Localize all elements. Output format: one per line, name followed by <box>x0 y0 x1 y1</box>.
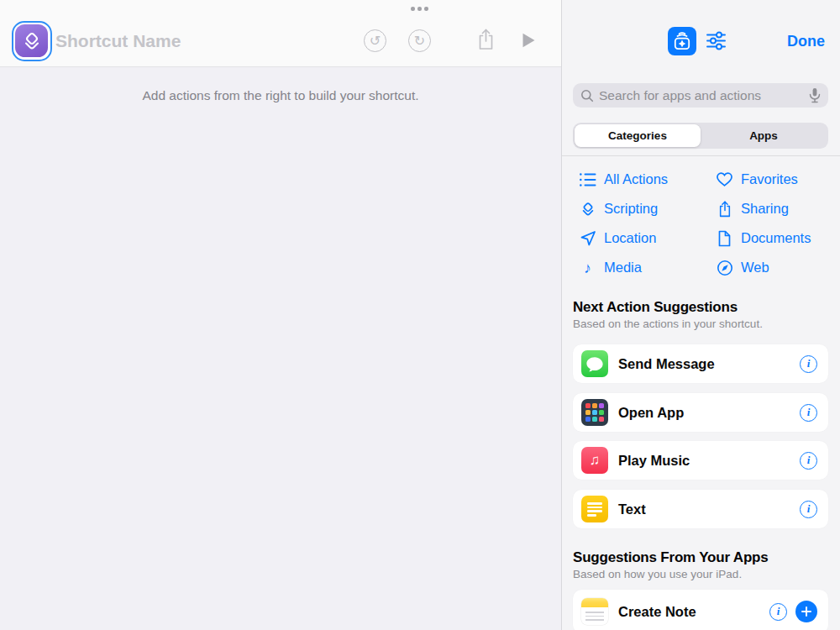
tab-categories[interactable]: Categories <box>575 124 701 147</box>
search-icon <box>580 89 594 102</box>
music-note-icon: ♪ <box>579 259 596 276</box>
action-card-text[interactable]: Text i <box>573 490 828 528</box>
action-library-toggle-button[interactable] <box>668 27 696 55</box>
section-subtitle: Based on how you use your iPad. <box>573 568 742 580</box>
share-button[interactable] <box>477 29 495 50</box>
shortcut-editor-panel: Shortcut Name ↺ ↻ Add actions from the r… <box>0 0 562 630</box>
add-action-button[interactable] <box>795 601 817 622</box>
category-scripting[interactable]: Scripting <box>573 194 710 223</box>
category-grid: All Actions Favorites Scripting <box>573 165 828 282</box>
shortcuts-glyph-icon <box>15 24 48 57</box>
action-library-icon <box>671 30 693 52</box>
action-card-open-app[interactable]: Open App i <box>573 393 828 432</box>
document-icon <box>716 229 733 247</box>
category-web[interactable]: Web <box>710 253 828 282</box>
category-location[interactable]: Location <box>573 223 710 253</box>
search-bar <box>573 83 828 108</box>
list-bullet-icon <box>579 171 596 188</box>
category-apps-segmented-control: Categories Apps <box>573 123 828 149</box>
share-icon <box>477 29 495 50</box>
sliders-icon <box>705 29 727 52</box>
scripting-icon <box>579 200 596 218</box>
text-action-icon <box>581 496 608 522</box>
notes-app-icon <box>581 598 608 625</box>
dictation-mic-icon[interactable] <box>809 87 821 104</box>
plus-icon <box>801 606 811 617</box>
action-card-send-message[interactable]: Send Message i <box>573 344 828 383</box>
section-subtitle: Based on the actions in your shortcut. <box>573 318 763 330</box>
tab-apps[interactable]: Apps <box>701 124 827 147</box>
info-icon[interactable]: i <box>769 603 787 621</box>
location-arrow-icon <box>579 229 596 247</box>
action-card-play-music[interactable]: ♫ Play Music i <box>573 441 828 480</box>
music-app-icon: ♫ <box>581 447 608 474</box>
heart-icon <box>716 171 733 188</box>
info-icon[interactable]: i <box>800 501 817 518</box>
category-media[interactable]: ♪ Media <box>573 253 710 282</box>
category-sharing[interactable]: Sharing <box>710 194 828 223</box>
compass-icon <box>716 259 733 276</box>
shortcut-name-field[interactable]: Shortcut Name <box>55 21 181 61</box>
section-title-suggestions-from-your-apps: Suggestions From Your Apps <box>573 549 769 566</box>
info-icon[interactable]: i <box>800 355 817 373</box>
messages-app-icon <box>581 350 608 377</box>
share-icon <box>716 200 733 218</box>
empty-canvas-hint: Add actions from the right to build your… <box>0 88 561 103</box>
play-icon <box>522 32 536 49</box>
multitasking-indicator-icon <box>411 7 428 11</box>
info-icon[interactable]: i <box>800 404 817 422</box>
run-shortcut-button[interactable] <box>522 32 536 49</box>
shortcuts-app-window: Shortcut Name ↺ ↻ Add actions from the r… <box>0 0 840 630</box>
filter-settings-button[interactable] <box>705 29 727 52</box>
action-card-create-note[interactable]: Create Note i <box>573 590 828 630</box>
action-library-panel: Done Categories Apps <box>562 0 840 630</box>
divider <box>562 155 840 156</box>
redo-button[interactable]: ↻ <box>408 29 431 52</box>
done-button[interactable]: Done <box>787 33 825 50</box>
category-all-actions[interactable]: All Actions <box>573 165 710 194</box>
undo-button[interactable]: ↺ <box>364 29 386 52</box>
category-documents[interactable]: Documents <box>710 223 828 253</box>
open-app-icon <box>581 399 608 426</box>
search-input[interactable] <box>599 88 804 103</box>
category-favorites[interactable]: Favorites <box>710 165 828 194</box>
section-title-next-action-suggestions: Next Action Suggestions <box>573 299 738 316</box>
info-icon[interactable]: i <box>800 452 817 470</box>
shortcut-icon-button[interactable] <box>12 21 52 61</box>
